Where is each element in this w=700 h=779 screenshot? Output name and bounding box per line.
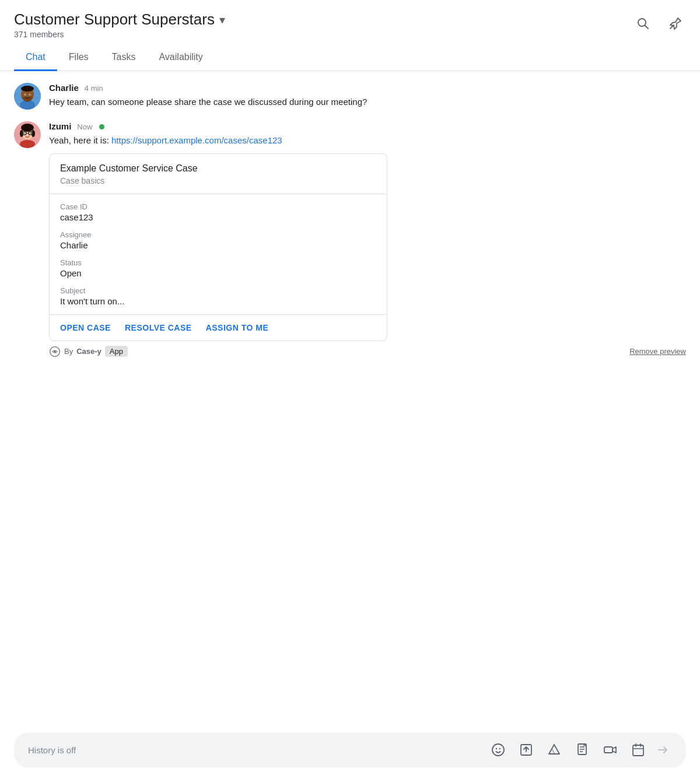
- message-time-izumi: Now: [77, 122, 92, 131]
- message-text-izumi: Yeah, here it is: https://support.exampl…: [49, 134, 686, 148]
- send-icon: [656, 743, 670, 757]
- search-icon: [636, 16, 650, 30]
- history-text: History is off: [28, 745, 483, 755]
- svg-point-21: [30, 133, 32, 134]
- case-field-value-caseid: case123: [60, 212, 376, 222]
- calendar-button[interactable]: [629, 741, 648, 759]
- dropdown-icon[interactable]: ▾: [219, 13, 225, 27]
- pin-button[interactable]: [665, 13, 686, 34]
- message-text-charlie: Hey team, can someone please share the c…: [49, 96, 686, 109]
- open-case-button[interactable]: OPEN CASE: [60, 323, 111, 332]
- svg-point-14: [21, 124, 34, 132]
- svg-point-26: [499, 748, 501, 749]
- case-card: Example Customer Service Case Case basic…: [49, 153, 387, 341]
- svg-point-23: [54, 350, 55, 352]
- case-field-status: Status Open: [60, 258, 376, 278]
- remove-preview-button[interactable]: Remove preview: [629, 347, 686, 356]
- assign-to-me-button[interactable]: ASSIGN TO ME: [206, 323, 269, 332]
- emoji-icon: [491, 743, 505, 757]
- upload-button[interactable]: [517, 741, 536, 759]
- svg-point-10: [29, 94, 30, 95]
- group-name: Customer Support Superstars: [14, 10, 215, 29]
- case-field-subject: Subject It won't turn on...: [60, 286, 376, 306]
- by-casey-row: By Case-y App Remove preview: [49, 346, 686, 357]
- by-text: By: [64, 347, 73, 356]
- svg-point-25: [496, 748, 497, 749]
- svg-point-15: [20, 130, 23, 137]
- header-icons: [632, 10, 686, 34]
- message-charlie: Charlie 4 min Hey team, can someone plea…: [14, 83, 686, 110]
- message-content-izumi: Izumi Now Yeah, here it is: https://supp…: [49, 121, 686, 357]
- svg-point-24: [492, 744, 504, 756]
- send-button[interactable]: [653, 741, 672, 759]
- svg-point-6: [21, 86, 34, 92]
- svg-point-9: [24, 94, 26, 95]
- case-field-value-status: Open: [60, 268, 376, 278]
- case-field-label-subject: Subject: [60, 286, 376, 295]
- svg-rect-32: [604, 747, 612, 753]
- case-field-assignee: Assignee Charlie: [60, 230, 376, 250]
- avatar-charlie: [14, 83, 41, 110]
- tab-tasks[interactable]: Tasks: [100, 45, 148, 71]
- case-field-value-subject: It won't turn on...: [60, 296, 376, 306]
- message-header-charlie: Charlie 4 min: [49, 83, 686, 93]
- online-indicator: [99, 124, 104, 129]
- bottom-bar: History is off: [14, 732, 686, 767]
- tab-files[interactable]: Files: [57, 45, 100, 71]
- members-count: 371 members: [14, 30, 225, 39]
- case-card-header: Example Customer Service Case Case basic…: [50, 154, 387, 194]
- case-field-label-caseid: Case ID: [60, 202, 376, 211]
- header: Customer Support Superstars ▾ 371 member…: [0, 0, 700, 39]
- resolve-case-button[interactable]: RESOLVE CASE: [125, 323, 192, 332]
- app-badge: App: [105, 346, 128, 357]
- tab-chat[interactable]: Chat: [14, 45, 57, 71]
- drive-button[interactable]: [545, 741, 564, 759]
- case-field-label-assignee: Assignee: [60, 230, 376, 239]
- calendar-icon: [631, 743, 645, 757]
- message-content-charlie: Charlie 4 min Hey team, can someone plea…: [49, 83, 686, 109]
- case-card-subtitle: Case basics: [60, 176, 376, 185]
- message-time-charlie: 4 min: [85, 84, 103, 93]
- search-button[interactable]: [632, 13, 653, 34]
- case-card-actions: OPEN CASE RESOLVE CASE ASSIGN TO ME: [50, 315, 387, 341]
- message-header-izumi: Izumi Now: [49, 121, 686, 131]
- case-card-title: Example Customer Service Case: [60, 163, 376, 174]
- emoji-button[interactable]: [489, 741, 508, 759]
- doc-icon: [575, 743, 589, 757]
- case-field-label-status: Status: [60, 258, 376, 267]
- header-title-row: Customer Support Superstars ▾: [14, 10, 225, 29]
- svg-rect-33: [633, 745, 643, 756]
- sender-name-charlie: Charlie: [49, 83, 79, 93]
- svg-line-1: [645, 26, 649, 29]
- header-left: Customer Support Superstars ▾ 371 member…: [14, 10, 225, 39]
- video-icon: [603, 743, 617, 757]
- case-field-value-assignee: Charlie: [60, 240, 376, 250]
- tabs-bar: Chat Files Tasks Availability: [0, 45, 700, 71]
- svg-point-12: [20, 140, 35, 148]
- chat-area: Charlie 4 min Hey team, can someone plea…: [0, 71, 700, 727]
- upload-icon: [519, 743, 533, 757]
- case-field-caseid: Case ID case123: [60, 202, 376, 222]
- svg-point-16: [32, 130, 35, 137]
- message-izumi: Izumi Now Yeah, here it is: https://supp…: [14, 121, 686, 357]
- drive-icon: [547, 743, 561, 757]
- casey-name: Case-y: [76, 347, 102, 356]
- video-button[interactable]: [601, 741, 620, 759]
- case-link[interactable]: https://support.example.com/cases/case12…: [111, 135, 282, 145]
- bottom-icons: [489, 741, 648, 759]
- case-card-body: Case ID case123 Assignee Charlie Status …: [50, 194, 387, 315]
- doc-button[interactable]: [573, 741, 592, 759]
- tab-availability[interactable]: Availability: [147, 45, 214, 71]
- svg-point-20: [24, 133, 25, 134]
- sender-name-izumi: Izumi: [49, 121, 71, 131]
- avatar-izumi: [14, 121, 41, 148]
- pin-icon: [668, 16, 682, 30]
- casey-logo-icon: [49, 346, 61, 357]
